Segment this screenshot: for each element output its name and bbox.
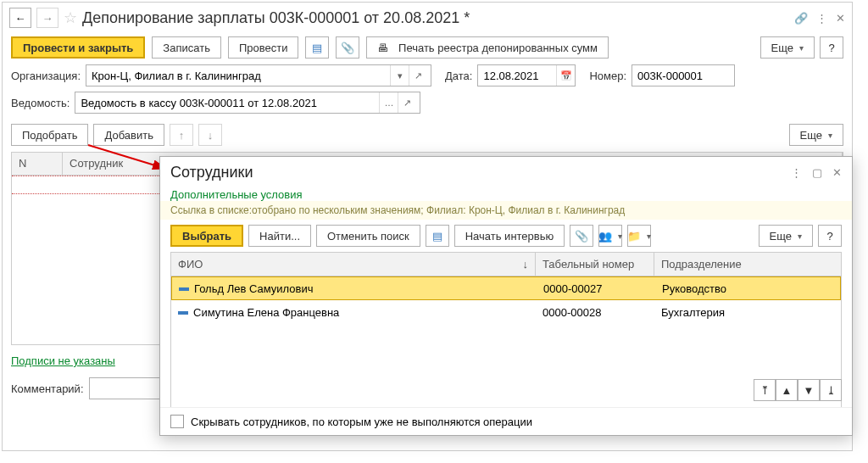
date-field[interactable]: 📅 [477, 64, 576, 86]
popup-conditions-link[interactable]: Дополнительные условия [160, 188, 852, 201]
popup-attachment-icon[interactable]: 📎 [570, 225, 593, 247]
printer-icon: 🖶 [377, 42, 388, 54]
statement-input[interactable] [75, 92, 379, 113]
number-field[interactable] [632, 64, 735, 86]
nav-up-icon[interactable]: ▲ [776, 379, 798, 401]
main-toolbar: Провести и закрыть Записать Провести ▤ 📎… [3, 33, 852, 62]
popup-list-icon[interactable]: ▤ [426, 225, 449, 247]
interview-button[interactable]: Начать интервью [454, 225, 565, 247]
kebab-icon[interactable]: ⋮ [816, 12, 827, 25]
popup-table: ФИО↓ Табельный номер Подразделение Гольд… [170, 252, 842, 407]
cancel-find-button[interactable]: Отменить поиск [316, 225, 420, 247]
popup-footer: Скрывать сотрудников, по которым уже не … [160, 407, 852, 435]
link-icon[interactable]: 🔗 [794, 12, 808, 25]
statement-open-icon[interactable]: ↗ [398, 92, 416, 113]
org-dropdown-icon[interactable]: ▾ [390, 65, 409, 86]
col-tab[interactable]: Табельный номер [536, 253, 654, 276]
col-dept[interactable]: Подразделение [654, 253, 841, 276]
more-button[interactable]: Еще [760, 36, 815, 59]
org-open-icon[interactable]: ↗ [409, 65, 427, 86]
cell-fio: Гольд Лев Самуилович [194, 282, 313, 295]
col-fio[interactable]: ФИО↓ [171, 253, 536, 276]
date-input[interactable] [478, 65, 556, 86]
write-button[interactable]: Записать [152, 36, 221, 59]
table-row[interactable]: Симутина Елена Францевна 0000-00028 Бухг… [171, 300, 841, 324]
org-label: Организация: [11, 70, 81, 82]
row-icon [179, 287, 189, 291]
nav-first-icon[interactable]: ⤒ [754, 379, 776, 401]
hide-label: Скрывать сотрудников, по которым уже не … [191, 416, 532, 428]
org-input[interactable] [86, 65, 390, 86]
cell-dept: Бухгалтерия [654, 306, 841, 319]
row-icon [178, 311, 188, 315]
table-more-button[interactable]: Еще [789, 124, 843, 146]
nav-down-icon[interactable]: ▼ [798, 379, 820, 401]
col-n[interactable]: N [12, 153, 63, 175]
popup-maximize-icon[interactable]: ▢ [812, 166, 822, 179]
employees-popup: Сотрудники ⋮ ▢ ✕ Дополнительные условия … [159, 156, 853, 436]
statement-label: Ведомость: [11, 97, 70, 109]
popup-table-header: ФИО↓ Табельный номер Подразделение [171, 253, 841, 276]
folder-icon[interactable]: 📁 [627, 225, 651, 247]
close-icon[interactable]: ✕ [836, 12, 845, 25]
record-nav: ⤒ ▲ ▼ ⤓ [754, 379, 842, 401]
calendar-icon[interactable]: 📅 [556, 65, 575, 86]
popup-title-bar: Сотрудники ⋮ ▢ ✕ [160, 157, 852, 188]
post-button[interactable]: Провести [228, 36, 299, 59]
title-bar: ← → ☆ Депонирование зарплаты 003К-000001… [3, 3, 852, 33]
back-button[interactable]: ← [9, 8, 31, 28]
cell-tab: 0000-00028 [536, 306, 654, 319]
forward-button[interactable]: → [36, 8, 58, 28]
popup-title: Сотрудники [170, 164, 791, 181]
move-down-button[interactable]: ↓ [198, 124, 222, 146]
date-label: Дата: [445, 70, 472, 82]
org-field[interactable]: ▾ ↗ [86, 64, 431, 86]
pick-button[interactable]: Подобрать [11, 124, 88, 146]
post-and-close-button[interactable]: Провести и закрыть [11, 36, 145, 59]
statement-select-icon[interactable]: … [379, 92, 398, 113]
favorite-icon[interactable]: ☆ [64, 8, 77, 27]
popup-more-button[interactable]: Еще [759, 225, 813, 247]
choose-button[interactable]: Выбрать [170, 225, 243, 247]
number-input[interactable] [632, 65, 734, 86]
cell-dept: Руководство [655, 282, 840, 295]
sort-asc-icon: ↓ [523, 258, 529, 271]
move-up-button[interactable]: ↑ [170, 124, 193, 146]
document-list-icon[interactable]: ▤ [305, 36, 329, 59]
number-label: Номер: [589, 70, 626, 82]
popup-help-button[interactable]: ? [818, 225, 842, 247]
statement-field[interactable]: … ↗ [75, 92, 420, 114]
print-registry-button[interactable]: 🖶 Печать реестра депонированных сумм [366, 36, 609, 59]
add-button[interactable]: Добавить [93, 124, 164, 146]
popup-filter-text: Ссылка в списке:отобрано по нескольким з… [160, 201, 852, 220]
popup-close-icon[interactable]: ✕ [832, 166, 842, 179]
hide-checkbox[interactable] [170, 415, 184, 428]
window-title: Депонирование зарплаты 003К-000001 от 20… [82, 9, 789, 27]
nav-last-icon[interactable]: ⤓ [820, 379, 842, 401]
attachment-icon[interactable]: 📎 [336, 36, 359, 59]
popup-toolbar: Выбрать Найти... Отменить поиск ▤ Начать… [160, 220, 852, 252]
cell-tab: 0000-00027 [537, 282, 655, 295]
popup-kebab-icon[interactable]: ⋮ [791, 166, 802, 179]
comment-label: Комментарий: [11, 382, 84, 395]
find-button[interactable]: Найти... [248, 225, 311, 247]
table-row[interactable]: Гольд Лев Самуилович 0000-00027 Руководс… [171, 276, 841, 300]
help-button[interactable]: ? [820, 36, 843, 59]
add-user-icon[interactable]: 👥 [598, 225, 622, 247]
signatures-link[interactable]: Подписи не указаны [11, 354, 115, 367]
cell-fio: Симутина Елена Францевна [193, 306, 339, 319]
